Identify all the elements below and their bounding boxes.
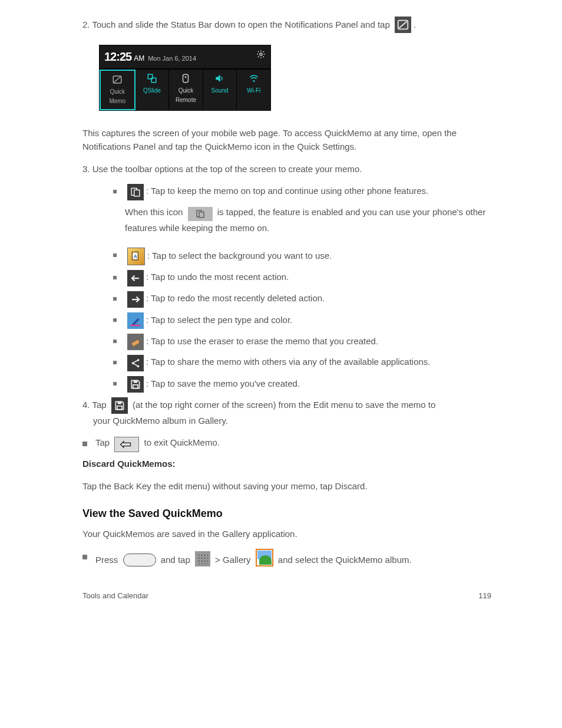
bullet-icon: [113, 297, 117, 301]
page-footer: Tools and Calendar 119: [82, 590, 503, 602]
redo-icon: [127, 291, 144, 308]
instruction-3: 3. Use the toolbar options at the top of…: [82, 162, 503, 176]
background-text: : Tap to select the background you want …: [147, 251, 332, 261]
footer-page-number: 119: [478, 590, 491, 602]
quickmemo-icon: [395, 17, 411, 33]
notifications-panel-screenshot: 12:25 AM Mon Jan 6, 2014 Quick Memo QSli…: [99, 45, 271, 111]
svg-line-7: [258, 51, 259, 52]
bullet-icon: [82, 555, 87, 559]
view-saved-text: Your QuickMemos are saved in the Gallery…: [82, 527, 503, 541]
background-picker-icon: A: [127, 248, 145, 265]
bullet-icon: [113, 382, 117, 386]
toggle-quickmemo: Quick Memo: [100, 70, 135, 110]
save-icon: [127, 376, 144, 393]
settings-gear-icon: [256, 49, 266, 62]
svg-line-30: [134, 364, 137, 366]
toggle-quick-remote: Quick Remote: [169, 70, 203, 110]
home-key-icon: [123, 554, 156, 566]
instruction-4: 4. Tap (at the top right corner of the s…: [82, 397, 503, 427]
toggle-sound: Sound: [203, 70, 237, 110]
svg-rect-15: [183, 74, 189, 83]
bullet-icon: [113, 253, 117, 257]
undo-text: : Tap to undo the most recent action.: [146, 272, 289, 282]
svg-rect-24: [131, 325, 141, 327]
bullet-icon: [82, 442, 87, 446]
svg-text:A: A: [134, 253, 137, 259]
toggle-qslide: QSlide: [135, 70, 170, 110]
bullet-icon: [113, 318, 117, 322]
svg-rect-33: [117, 401, 121, 404]
svg-point-2: [260, 53, 262, 55]
pen-icon: [127, 312, 144, 329]
svg-rect-31: [134, 380, 138, 383]
svg-point-17: [253, 80, 254, 82]
undo-icon: [127, 270, 144, 286]
share-icon: [127, 355, 144, 371]
svg-line-12: [114, 77, 121, 83]
view-saved-heading: View the Saved QuickMemo: [82, 506, 503, 522]
svg-rect-25: [131, 340, 140, 347]
svg-rect-32: [133, 385, 138, 388]
share-text: : Tap to share the memo with others via …: [146, 357, 431, 367]
status-date: Mon Jan 6, 2014: [148, 54, 196, 64]
eraser-icon: [127, 334, 144, 350]
bullet-icon: [113, 190, 117, 193]
instruction-2: 2. Touch and slide the Status Bar down t…: [82, 17, 503, 33]
overlay-enabled-icon: [188, 207, 213, 221]
redo-text: : Tap to redo the most recently deleted …: [146, 293, 325, 303]
pen-text: : Tap to select the pen type and color.: [146, 315, 292, 325]
instruction-2-text: 2. Touch and slide the Status Bar down t…: [82, 19, 392, 29]
svg-line-10: [263, 51, 264, 52]
status-ampm: AM: [134, 53, 144, 64]
bullet-icon: [113, 361, 117, 364]
bullet-icon: [113, 340, 117, 343]
svg-line-8: [263, 56, 264, 57]
svg-rect-34: [117, 406, 122, 410]
svg-point-16: [185, 76, 187, 78]
bullet-icon: [113, 276, 117, 279]
status-bar: 12:25 AM Mon Jan 6, 2014: [100, 45, 270, 68]
svg-line-29: [134, 361, 137, 363]
discard-text: Tap the Back Key the edit menu) without …: [82, 479, 503, 493]
instruction-2b: This captures the screen of your mobile …: [82, 126, 503, 154]
discard-heading: Discard QuickMemos:: [82, 457, 503, 470]
save-text: : Tap to save the memo you've created.: [146, 378, 300, 388]
save-icon: [111, 397, 128, 414]
apps-grid-icon: [195, 551, 210, 566]
quick-settings-row: Quick Memo QSlide Quick Remote Sound Wi-…: [100, 68, 270, 110]
svg-rect-21: [199, 212, 204, 217]
gallery-icon: [256, 549, 273, 566]
overlay-icon: [127, 184, 144, 200]
status-time: 12:25: [104, 48, 131, 66]
svg-rect-19: [134, 190, 140, 196]
footer-section: Tools and Calendar: [82, 590, 148, 602]
back-key-icon: [114, 437, 139, 452]
svg-line-9: [258, 56, 259, 57]
svg-line-1: [399, 22, 407, 28]
eraser-text: : Tap to use the eraser to erase the mem…: [146, 336, 378, 346]
overlay-text: : Tap to keep the memo on top and contin…: [146, 186, 428, 196]
toggle-wifi: Wi-Fi: [237, 70, 270, 110]
